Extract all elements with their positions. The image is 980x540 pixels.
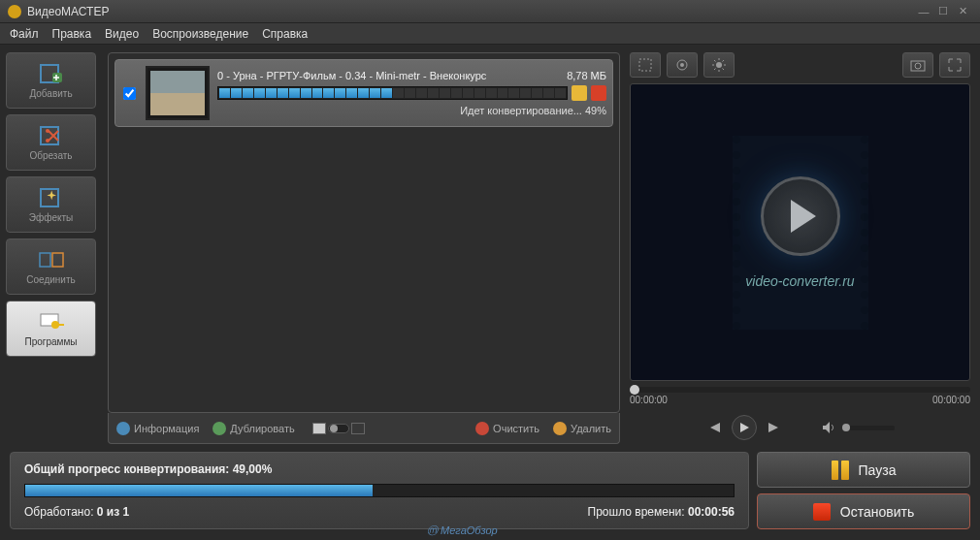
- progress-panel: Общий прогресс конвертирования: 49,00% О…: [10, 452, 749, 529]
- overall-progress-label: Общий прогресс конвертирования: 49,00%: [24, 462, 735, 476]
- sidebar-join[interactable]: Соединить: [6, 238, 96, 295]
- delete-button[interactable]: Удалить: [553, 422, 611, 435]
- overall-progress-bar: [24, 484, 735, 497]
- watermark: ⓜ МегаОбзор: [427, 524, 498, 538]
- app-title: ВидеоМАСТЕР: [27, 5, 914, 18]
- film-add-icon: [38, 62, 65, 85]
- volume-slider[interactable]: [842, 426, 895, 430]
- maximize-button[interactable]: ☐: [933, 5, 953, 17]
- item-thumbnail: [146, 66, 210, 120]
- info-button[interactable]: Информация: [116, 422, 199, 435]
- brightness-tool[interactable]: [703, 52, 735, 78]
- item-pause-button[interactable]: [572, 85, 587, 101]
- svg-rect-11: [639, 59, 651, 71]
- film-strip-bg: [733, 136, 868, 330]
- menubar: Файл Правка Видео Воспроизведение Справк…: [0, 23, 980, 45]
- processed-text: Обработано: 0 из 1: [24, 505, 129, 519]
- stop-icon: [813, 503, 831, 521]
- svg-rect-7: [52, 253, 63, 267]
- list-toolbar: Информация Дублировать Очистить Удалить: [108, 413, 620, 444]
- item-stop-button[interactable]: [591, 85, 606, 101]
- sidebar-add[interactable]: Добавить: [6, 52, 96, 109]
- sidebar-programs-label: Программы: [24, 336, 77, 347]
- item-progress-bar: [217, 86, 568, 100]
- time-total: 00:00:00: [932, 395, 970, 405]
- titlebar: ВидеоМАСТЕР — ☐ ✕: [0, 0, 980, 23]
- sidebar-add-label: Добавить: [29, 88, 72, 99]
- volume-icon[interactable]: [821, 421, 836, 434]
- item-title: 0 - Урна - РГРТУ-Фильм - 0.34 - Mini-met…: [217, 70, 486, 81]
- settings-tool[interactable]: [667, 52, 698, 78]
- prev-button[interactable]: [706, 421, 722, 434]
- menu-edit[interactable]: Правка: [52, 27, 92, 41]
- duplicate-icon: [212, 422, 226, 435]
- svg-point-16: [915, 63, 921, 69]
- sidebar-effects[interactable]: Эффекты: [6, 176, 96, 233]
- app-icon: [8, 5, 21, 18]
- film-join-icon: [38, 248, 65, 271]
- clear-button[interactable]: Очистить: [475, 422, 539, 435]
- film-effects-icon: [38, 186, 65, 209]
- svg-rect-5: [41, 189, 58, 206]
- sidebar-cut-label: Обрезать: [29, 150, 72, 161]
- sidebar: Добавить Обрезать Эффекты Соединить Прог…: [0, 45, 102, 452]
- crop-tool[interactable]: [630, 52, 661, 78]
- view-toggle[interactable]: [312, 423, 365, 434]
- next-button[interactable]: [767, 421, 782, 434]
- svg-rect-2: [41, 127, 58, 144]
- svg-rect-10: [58, 324, 64, 326]
- elapsed-text: Прошло времени: 00:00:56: [588, 505, 735, 519]
- item-checkbox[interactable]: [123, 87, 136, 100]
- svg-point-14: [716, 62, 722, 68]
- item-status: Идет конвертирование... 49%: [217, 105, 606, 116]
- duplicate-button[interactable]: Дублировать: [212, 422, 294, 435]
- file-item[interactable]: 0 - Урна - РГРТУ-Фильм - 0.34 - Mini-met…: [114, 59, 613, 127]
- snapshot-tool[interactable]: [902, 52, 933, 78]
- play-button[interactable]: [732, 415, 757, 440]
- item-size: 8,78 МБ: [567, 70, 606, 81]
- sidebar-programs[interactable]: Программы: [6, 301, 96, 357]
- svg-rect-6: [40, 253, 50, 267]
- player-controls: [630, 411, 970, 444]
- seek-bar[interactable]: [630, 387, 970, 393]
- file-list: 0 - Урна - РГРТУ-Фильм - 0.34 - Mini-met…: [108, 52, 620, 413]
- svg-point-13: [680, 63, 684, 67]
- preview-toolbar: [630, 52, 970, 78]
- svg-point-4: [46, 139, 49, 143]
- menu-file[interactable]: Файл: [10, 27, 39, 41]
- clear-icon: [475, 422, 489, 435]
- svg-point-3: [46, 129, 49, 133]
- info-icon: [116, 422, 130, 435]
- pause-button[interactable]: Пауза: [757, 452, 970, 488]
- sidebar-effects-label: Эффекты: [29, 212, 73, 223]
- menu-video[interactable]: Видео: [105, 27, 139, 41]
- time-current: 00:00:00: [630, 395, 668, 405]
- preview-area[interactable]: video-converter.ru: [630, 83, 970, 381]
- minimize-button[interactable]: —: [914, 6, 933, 17]
- pause-icon: [832, 461, 849, 480]
- delete-icon: [553, 422, 567, 435]
- menu-playback[interactable]: Воспроизведение: [152, 27, 248, 41]
- stop-button[interactable]: Остановить: [757, 493, 970, 529]
- menu-help[interactable]: Справка: [262, 27, 308, 41]
- fullscreen-tool[interactable]: [939, 52, 970, 78]
- svg-point-9: [51, 321, 59, 329]
- sidebar-join-label: Соединить: [26, 274, 75, 285]
- film-cut-icon: [38, 124, 65, 147]
- close-button[interactable]: ✕: [953, 5, 972, 17]
- sidebar-cut[interactable]: Обрезать: [6, 114, 96, 171]
- preview-url: video-converter.ru: [745, 273, 854, 289]
- key-icon: [38, 310, 65, 334]
